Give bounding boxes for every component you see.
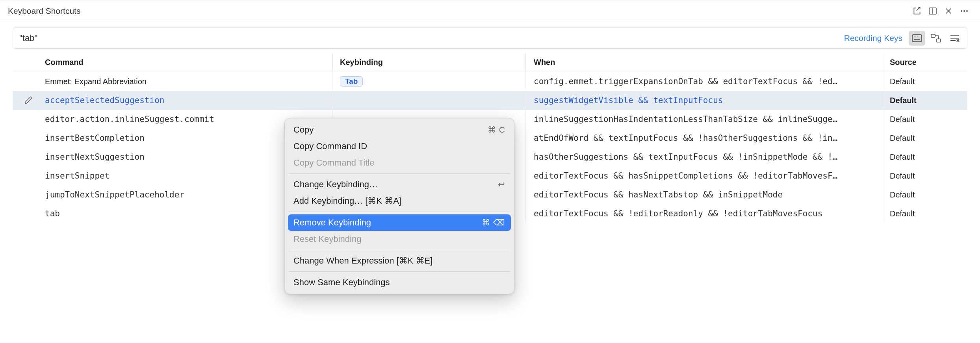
source-cell: Default [885, 110, 967, 129]
menu-item[interactable]: Change When Expression [⌘K ⌘E] [288, 253, 511, 269]
when-cell: editorTextFocus && hasNextTabstop && inS… [534, 190, 783, 199]
menu-item-label: Copy Command Title [293, 158, 505, 168]
menu-item-shortcut: ⌘ C [488, 125, 505, 135]
when-cell: hasOtherSuggestions && textInputFocus &&… [534, 152, 837, 162]
recording-keys-toggle[interactable]: Recording Keys [840, 32, 906, 44]
menu-item: Copy Command Title [288, 155, 511, 171]
page-title: Keyboard Shortcuts [8, 6, 80, 16]
source-cell: Default [885, 91, 967, 110]
table-row[interactable]: Emmet: Expand AbbreviationTabconfig.emme… [13, 72, 967, 91]
menu-separator [289, 250, 510, 250]
menu-item-label: Add Keybinding… [⌘K ⌘A] [293, 196, 505, 206]
menu-item-shortcut: ↩ [498, 180, 505, 189]
when-cell: config.emmet.triggerExpansionOnTab && ed… [534, 77, 837, 86]
menu-item-label: Show Same Keybindings [293, 277, 505, 288]
menu-item[interactable]: Add Keybinding… [⌘K ⌘A] [288, 193, 511, 209]
split-editor-icon[interactable] [925, 3, 941, 19]
menu-item: Reset Keybinding [288, 231, 511, 247]
command-cell: insertSnippet [45, 171, 110, 181]
when-cell: editorTextFocus && hasSnippetCompletions… [534, 171, 837, 181]
col-when[interactable]: When [525, 53, 885, 72]
table-header: Command Keybinding When Source [13, 53, 967, 72]
menu-item-label: Change Keybinding… [293, 179, 498, 190]
menu-item[interactable]: Copy⌘ C [288, 122, 511, 138]
svg-rect-7 [912, 35, 922, 42]
search-bar: Recording Keys [13, 28, 967, 49]
keyboard-icon[interactable] [909, 31, 925, 46]
col-keybinding[interactable]: Keybinding [332, 53, 525, 72]
edit-icon[interactable] [24, 96, 33, 105]
col-command[interactable]: Command [45, 58, 332, 67]
menu-item-label: Copy Command ID [293, 141, 505, 151]
menu-item-label: Remove Keybinding [293, 218, 482, 228]
menu-item[interactable]: Copy Command ID [288, 138, 511, 155]
source-cell: Default [885, 185, 967, 204]
when-cell: suggestWidgetVisible && textInputFocus [534, 96, 723, 105]
menu-item[interactable]: Change Keybinding…↩ [288, 176, 511, 193]
command-cell: editor.action.inlineSuggest.commit [45, 114, 214, 124]
command-cell: insertBestCompletion [45, 133, 145, 143]
table-row[interactable]: acceptSelectedSuggestionsuggestWidgetVis… [13, 91, 967, 110]
search-input[interactable] [19, 33, 840, 43]
svg-point-5 [963, 10, 965, 12]
open-file-icon[interactable] [909, 3, 925, 19]
context-menu: Copy⌘ CCopy Command IDCopy Command Title… [284, 118, 514, 294]
menu-separator [289, 173, 510, 174]
when-cell: inlineSuggestionHasIndentationLessThanTa… [534, 114, 837, 124]
when-cell: editorTextFocus && !editorReadonly && !e… [534, 209, 822, 218]
menu-item-label: Copy [293, 125, 488, 135]
menu-separator [289, 212, 510, 212]
source-cell: Default [885, 129, 967, 148]
clear-filter-icon[interactable] [947, 31, 963, 46]
more-icon[interactable] [956, 3, 972, 19]
command-cell: tab [45, 209, 60, 218]
source-cell: Default [885, 204, 967, 223]
command-cell: Emmet: Expand Abbreviation [45, 77, 332, 86]
svg-rect-13 [931, 34, 935, 37]
keybinding-cell: Tab [332, 72, 525, 91]
source-cell: Default [885, 72, 967, 91]
svg-point-4 [961, 10, 962, 12]
command-cell: acceptSelectedSuggestion [45, 96, 164, 105]
close-icon[interactable] [941, 3, 956, 19]
col-source[interactable]: Source [885, 53, 967, 72]
command-cell: jumpToNextSnippetPlaceholder [45, 190, 184, 199]
menu-item[interactable]: Remove Keybinding⌘ ⌫ [288, 214, 511, 231]
svg-rect-14 [937, 39, 941, 42]
menu-item-label: Change When Expression [⌘K ⌘E] [293, 256, 505, 266]
menu-item-label: Reset Keybinding [293, 234, 505, 244]
source-cell: Default [885, 148, 967, 166]
menu-item-shortcut: ⌘ ⌫ [482, 218, 505, 227]
menu-separator [289, 271, 510, 272]
keybinding-cell [332, 91, 525, 110]
when-cell: atEndOfWord && textInputFocus && !hasOth… [534, 133, 837, 143]
menu-item[interactable]: Show Same Keybindings [288, 274, 511, 291]
svg-point-6 [966, 10, 968, 12]
source-cell: Default [885, 166, 967, 185]
sort-precedence-icon[interactable] [928, 31, 944, 46]
command-cell: insertNextSuggestion [45, 152, 145, 162]
